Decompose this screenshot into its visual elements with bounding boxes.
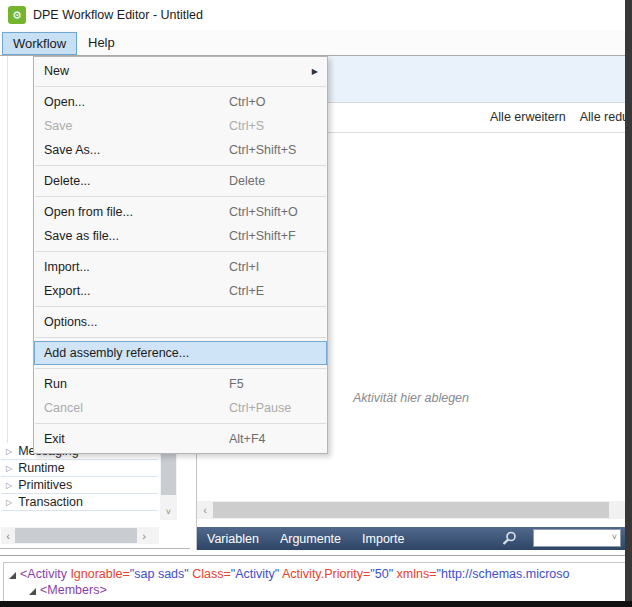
xml-value: "Activity" — [231, 567, 282, 581]
toolbox-item-transaction[interactable]: ▷ Transaction — [1, 494, 158, 511]
tab-variables[interactable]: Variablen — [207, 532, 259, 546]
menubar-item-help[interactable]: Help — [78, 32, 125, 53]
scroll-down-arrow-icon[interactable]: ˅ — [160, 504, 177, 520]
xml-element: <Members> — [40, 583, 107, 597]
scroll-left-arrow-icon[interactable]: ‹ — [1, 530, 15, 542]
tab-arguments[interactable]: Argumente — [280, 532, 341, 546]
xml-element: <Activity — [20, 567, 70, 581]
toolbox-vertical-scrollbar[interactable]: ˅ — [160, 443, 177, 520]
workflow-dropdown-menu: New ▶ Open... Ctrl+O Save Ctrl+S Save As… — [33, 56, 328, 454]
toolbox-item-runtime[interactable]: ▷ Runtime — [1, 460, 158, 477]
expand-all-button[interactable]: Alle erweitern — [490, 110, 566, 124]
title-bar: ⚙ DPE Workflow Editor - Untitled — [0, 0, 632, 30]
toolbox-item-primitives[interactable]: ▷ Primitives — [1, 477, 158, 494]
window-edge-right — [625, 0, 632, 607]
menu-separator — [35, 368, 326, 369]
arrow-right-icon: ▶ — [312, 67, 318, 76]
tab-imports[interactable]: Importe — [362, 532, 404, 546]
window-title: DPE Workflow Editor - Untitled — [33, 8, 203, 22]
chevron-right-icon: ▷ — [6, 481, 12, 490]
toolbox-item-label: Transaction — [18, 495, 83, 509]
zoom-combobox[interactable]: ˅ — [533, 529, 621, 547]
menu-separator — [35, 423, 326, 424]
xml-attribute: xmlns= — [397, 567, 437, 581]
xml-attribute: Activity.Priority= — [282, 567, 370, 581]
chevron-right-icon: ▷ — [6, 447, 12, 456]
xml-attribute: Class= — [192, 567, 231, 581]
menu-separator — [35, 306, 326, 307]
menu-item-save-as[interactable]: Save As... Ctrl+Shift+S — [34, 138, 327, 162]
menubar-item-workflow[interactable]: Workflow — [2, 32, 77, 55]
window-edge-bottom — [0, 601, 632, 607]
scroll-right-arrow-icon[interactable]: › — [137, 530, 151, 542]
chevron-right-icon: ▷ — [6, 498, 12, 507]
scrollbar-thumb[interactable] — [15, 528, 137, 543]
xml-line: <Members> — [40, 583, 107, 597]
menu-item-open-from-file[interactable]: Open from file... Ctrl+Shift+O — [34, 200, 327, 224]
scroll-left-arrow-icon[interactable]: ‹ — [197, 504, 213, 516]
designer-horizontal-scrollbar[interactable]: ‹ — [197, 501, 625, 519]
collapse-all-button[interactable]: Alle reduzieren — [580, 110, 625, 124]
menu-bar: Workflow Help — [0, 30, 625, 56]
menu-item-cancel: Cancel Ctrl+Pause — [34, 396, 327, 420]
menu-separator — [35, 196, 326, 197]
menu-item-save: Save Ctrl+S — [34, 114, 327, 138]
xml-value: "http://schemas.microso — [437, 567, 570, 581]
xml-value: "50" — [370, 567, 396, 581]
menu-item-run[interactable]: Run F5 — [34, 372, 327, 396]
app-window: ⚙ DPE Workflow Editor - Untitled Workflo… — [0, 0, 632, 607]
toolbox-item-label: Runtime — [18, 461, 65, 475]
menu-item-save-as-file[interactable]: Save as file... Ctrl+Shift+F — [34, 224, 327, 248]
toolbox-horizontal-scrollbar[interactable]: ‹ › — [1, 527, 159, 544]
menu-item-new[interactable]: New ▶ — [34, 59, 327, 83]
menu-separator — [35, 86, 326, 87]
menu-separator — [35, 337, 326, 338]
toolbox-item-label: Primitives — [18, 478, 72, 492]
menu-separator — [35, 251, 326, 252]
menu-item-import[interactable]: Import... Ctrl+I — [34, 255, 327, 279]
gear-icon: ⚙ — [8, 6, 26, 24]
xml-value: "sap sads" — [130, 567, 192, 581]
chevron-right-icon: ▷ — [6, 464, 12, 473]
menu-item-export[interactable]: Export... Ctrl+E — [34, 279, 327, 303]
menu-item-add-assembly-reference[interactable]: Add assembly reference... — [34, 341, 327, 365]
chevron-down-icon: ˅ — [612, 532, 617, 542]
scrollbar-thumb[interactable] — [161, 448, 176, 495]
menu-item-delete[interactable]: Delete... Delete — [34, 169, 327, 193]
collapse-triangle-icon[interactable] — [9, 572, 16, 579]
magnifier-icon[interactable] — [501, 531, 517, 550]
xml-line: <Activity Ignorable="sap sads" Class="Ac… — [20, 567, 570, 581]
toolbox-divider — [7, 56, 8, 443]
xml-attribute: Ignorable= — [70, 567, 129, 581]
menu-item-open[interactable]: Open... Ctrl+O — [34, 90, 327, 114]
collapse-triangle-icon[interactable] — [29, 588, 36, 595]
scrollbar-thumb[interactable] — [213, 502, 609, 518]
menu-separator — [35, 165, 326, 166]
splitter[interactable] — [0, 555, 625, 556]
menu-item-options[interactable]: Options... — [34, 310, 327, 334]
designer-bottom-bar: Variablen Argumente Importe ˅ — [197, 527, 625, 550]
menu-item-exit[interactable]: Exit Alt+F4 — [34, 427, 327, 451]
